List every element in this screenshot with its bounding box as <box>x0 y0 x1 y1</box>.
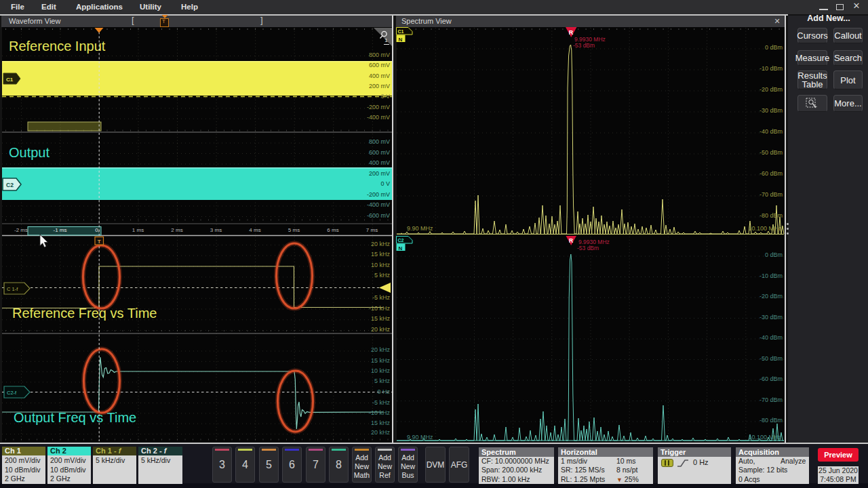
svg-text:C2: C2 <box>6 182 14 188</box>
svg-text:1: 1 <box>384 37 388 43</box>
svg-text:C2-f: C2-f <box>7 390 17 396</box>
svg-text:N: N <box>399 245 403 251</box>
svg-text:C1: C1 <box>6 77 14 83</box>
svg-text:C2: C2 <box>398 238 404 243</box>
svg-text:T: T <box>98 239 101 245</box>
svg-text:R: R <box>569 237 573 244</box>
svg-text:R: R <box>569 29 574 36</box>
svg-text:C 1-f: C 1-f <box>7 286 18 292</box>
svg-text:C1: C1 <box>398 29 404 34</box>
svg-text:N: N <box>399 37 403 43</box>
